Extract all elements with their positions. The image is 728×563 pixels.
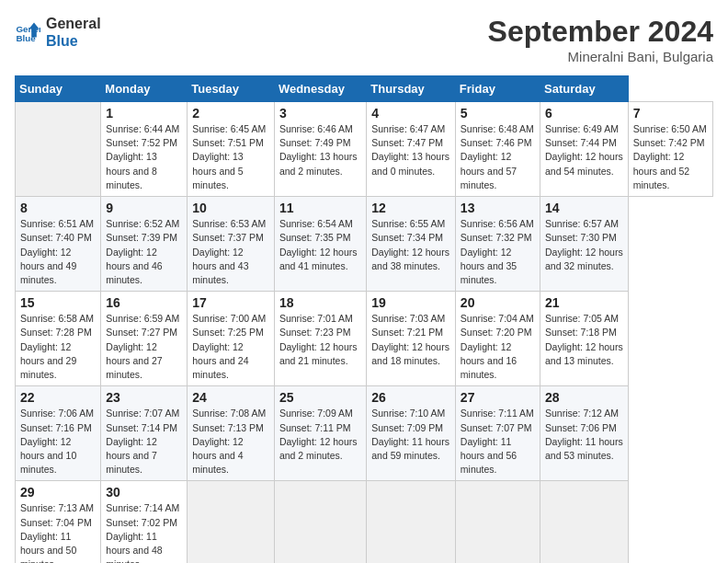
calendar-day-cell: 5Sunrise: 6:48 AMSunset: 7:46 PMDaylight… [455, 102, 540, 197]
calendar-day-cell [540, 481, 629, 563]
day-info: Sunrise: 7:07 AMSunset: 7:14 PMDaylight:… [106, 407, 182, 477]
day-info: Sunrise: 6:48 AMSunset: 7:46 PMDaylight:… [461, 122, 535, 192]
calendar-day-cell: 26Sunrise: 7:10 AMSunset: 7:09 PMDayligh… [367, 386, 456, 481]
day-info: Sunrise: 6:46 AMSunset: 7:49 PMDaylight:… [279, 122, 361, 178]
location: Mineralni Bani, Bulgaria [488, 49, 713, 64]
day-of-week-header: Friday [455, 76, 540, 102]
day-number: 4 [371, 106, 450, 121]
page-header: General Blue General Blue September 2024… [15, 15, 713, 64]
day-number: 6 [545, 106, 623, 121]
calendar-day-cell [188, 481, 275, 563]
day-info: Sunrise: 6:53 AMSunset: 7:37 PMDaylight:… [192, 217, 269, 287]
day-info: Sunrise: 6:59 AMSunset: 7:27 PMDaylight:… [106, 312, 182, 382]
day-info: Sunrise: 7:01 AMSunset: 7:23 PMDaylight:… [279, 312, 361, 368]
calendar-day-cell: 13Sunrise: 6:56 AMSunset: 7:32 PMDayligh… [455, 197, 540, 292]
day-info: Sunrise: 7:12 AMSunset: 7:06 PMDaylight:… [545, 407, 623, 463]
calendar-week-row: 29Sunrise: 7:13 AMSunset: 7:04 PMDayligh… [16, 481, 713, 563]
calendar-table: SundayMondayTuesdayWednesdayThursdayFrid… [15, 75, 713, 563]
logo: General Blue General Blue [15, 15, 101, 50]
title-block: September 2024 Mineralni Bani, Bulgaria [488, 15, 713, 64]
day-info: Sunrise: 6:54 AMSunset: 7:35 PMDaylight:… [279, 217, 361, 273]
day-info: Sunrise: 7:04 AMSunset: 7:20 PMDaylight:… [461, 312, 535, 382]
day-info: Sunrise: 6:50 AMSunset: 7:42 PMDaylight:… [633, 122, 708, 192]
calendar-day-cell: 4Sunrise: 6:47 AMSunset: 7:47 PMDaylight… [367, 102, 456, 197]
day-number: 5 [461, 106, 535, 121]
day-number: 14 [545, 201, 623, 215]
calendar-day-cell: 11Sunrise: 6:54 AMSunset: 7:35 PMDayligh… [274, 197, 366, 292]
day-number: 11 [279, 201, 361, 215]
logo-line2: Blue [46, 32, 101, 50]
calendar-week-row: 8Sunrise: 6:51 AMSunset: 7:40 PMDaylight… [16, 197, 713, 292]
calendar-day-cell: 2Sunrise: 6:45 AMSunset: 7:51 PMDaylight… [188, 102, 275, 197]
day-info: Sunrise: 6:52 AMSunset: 7:39 PMDaylight:… [106, 217, 182, 287]
calendar-day-cell: 12Sunrise: 6:55 AMSunset: 7:34 PMDayligh… [367, 197, 456, 292]
calendar-day-cell [367, 481, 456, 563]
day-number: 17 [192, 295, 269, 310]
day-info: Sunrise: 7:09 AMSunset: 7:11 PMDaylight:… [279, 407, 361, 463]
day-info: Sunrise: 6:47 AMSunset: 7:47 PMDaylight:… [371, 122, 450, 178]
day-info: Sunrise: 6:55 AMSunset: 7:34 PMDaylight:… [371, 217, 450, 273]
day-info: Sunrise: 6:58 AMSunset: 7:28 PMDaylight:… [20, 312, 96, 382]
calendar-day-cell: 1Sunrise: 6:44 AMSunset: 7:52 PMDaylight… [101, 102, 188, 197]
day-number: 21 [545, 295, 623, 310]
day-number: 22 [20, 390, 96, 405]
day-number: 1 [106, 106, 182, 121]
day-info: Sunrise: 6:49 AMSunset: 7:44 PMDaylight:… [545, 122, 623, 178]
day-number: 26 [371, 390, 450, 405]
day-info: Sunrise: 6:45 AMSunset: 7:51 PMDaylight:… [192, 122, 269, 192]
day-of-week-header: Saturday [540, 76, 629, 102]
day-number: 28 [545, 390, 623, 405]
calendar-day-cell: 27Sunrise: 7:11 AMSunset: 7:07 PMDayligh… [455, 386, 540, 481]
day-info: Sunrise: 7:13 AMSunset: 7:04 PMDaylight:… [20, 501, 96, 563]
day-info: Sunrise: 7:05 AMSunset: 7:18 PMDaylight:… [545, 312, 623, 368]
day-number: 16 [106, 295, 182, 310]
day-number: 13 [461, 201, 535, 215]
day-number: 2 [192, 106, 269, 121]
calendar-day-cell: 28Sunrise: 7:12 AMSunset: 7:06 PMDayligh… [540, 386, 629, 481]
calendar-day-cell: 3Sunrise: 6:46 AMSunset: 7:49 PMDaylight… [274, 102, 366, 197]
day-number: 19 [371, 295, 450, 310]
calendar-day-cell [274, 481, 366, 563]
day-of-week-header: Thursday [367, 76, 456, 102]
day-number: 23 [106, 390, 182, 405]
calendar-day-cell: 19Sunrise: 7:03 AMSunset: 7:21 PMDayligh… [367, 292, 456, 386]
calendar-day-cell: 21Sunrise: 7:05 AMSunset: 7:18 PMDayligh… [540, 292, 629, 386]
day-number: 27 [461, 390, 535, 405]
day-of-week-header: Tuesday [188, 76, 275, 102]
calendar-day-cell: 24Sunrise: 7:08 AMSunset: 7:13 PMDayligh… [188, 386, 275, 481]
calendar-day-cell: 15Sunrise: 6:58 AMSunset: 7:28 PMDayligh… [16, 292, 101, 386]
calendar-week-row: 22Sunrise: 7:06 AMSunset: 7:16 PMDayligh… [16, 386, 713, 481]
day-of-week-header: Monday [101, 76, 188, 102]
calendar-day-cell [455, 481, 540, 563]
day-info: Sunrise: 7:00 AMSunset: 7:25 PMDaylight:… [192, 312, 269, 382]
day-number: 24 [192, 390, 269, 405]
day-number: 20 [461, 295, 535, 310]
calendar-week-row: 15Sunrise: 6:58 AMSunset: 7:28 PMDayligh… [16, 292, 713, 386]
day-info: Sunrise: 7:10 AMSunset: 7:09 PMDaylight:… [371, 407, 450, 463]
calendar-day-cell: 17Sunrise: 7:00 AMSunset: 7:25 PMDayligh… [188, 292, 275, 386]
day-number: 30 [106, 485, 182, 500]
calendar-day-cell: 22Sunrise: 7:06 AMSunset: 7:16 PMDayligh… [16, 386, 101, 481]
day-info: Sunrise: 7:06 AMSunset: 7:16 PMDaylight:… [20, 407, 96, 477]
calendar-day-cell: 10Sunrise: 6:53 AMSunset: 7:37 PMDayligh… [188, 197, 275, 292]
calendar-day-cell: 16Sunrise: 6:59 AMSunset: 7:27 PMDayligh… [101, 292, 188, 386]
day-number: 9 [106, 201, 182, 215]
day-number: 8 [20, 201, 96, 215]
day-number: 10 [192, 201, 269, 215]
calendar-day-cell: 8Sunrise: 6:51 AMSunset: 7:40 PMDaylight… [16, 197, 101, 292]
logo-line1: General [46, 15, 101, 32]
day-info: Sunrise: 7:03 AMSunset: 7:21 PMDaylight:… [371, 312, 450, 368]
day-info: Sunrise: 7:14 AMSunset: 7:02 PMDaylight:… [106, 501, 182, 563]
day-number: 18 [279, 295, 361, 310]
calendar-day-cell: 20Sunrise: 7:04 AMSunset: 7:20 PMDayligh… [455, 292, 540, 386]
day-info: Sunrise: 6:51 AMSunset: 7:40 PMDaylight:… [20, 217, 96, 287]
day-number: 7 [633, 106, 708, 121]
calendar-day-cell: 6Sunrise: 6:49 AMSunset: 7:44 PMDaylight… [540, 102, 629, 197]
calendar-day-cell: 7Sunrise: 6:50 AMSunset: 7:42 PMDaylight… [628, 102, 712, 197]
day-number: 25 [279, 390, 361, 405]
calendar-day-cell [16, 102, 101, 197]
calendar-day-cell: 25Sunrise: 7:09 AMSunset: 7:11 PMDayligh… [274, 386, 366, 481]
calendar-day-cell: 18Sunrise: 7:01 AMSunset: 7:23 PMDayligh… [274, 292, 366, 386]
day-of-week-header: Wednesday [274, 76, 366, 102]
day-info: Sunrise: 6:44 AMSunset: 7:52 PMDaylight:… [106, 122, 182, 192]
